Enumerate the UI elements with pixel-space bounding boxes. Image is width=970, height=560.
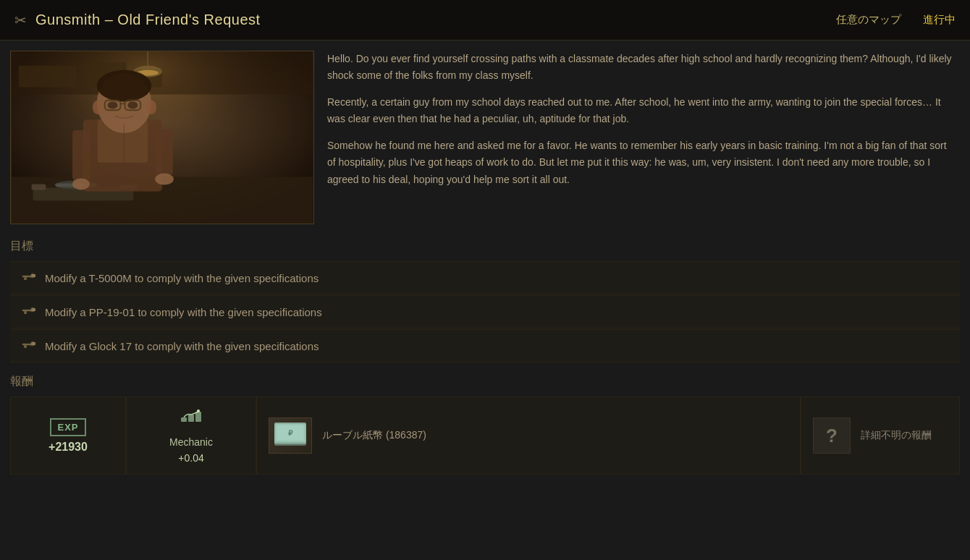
unknown-reward-card: ? 詳細不明の報酬 [801,396,960,475]
svg-point-40 [197,410,200,412]
svg-point-20 [155,174,174,185]
objective-text-1: Modify a T-5000M to comply with the give… [45,272,319,284]
rewards-section: 報酬 EXP +21930 Mechanic [10,373,960,475]
progress-button[interactable]: 進行中 [923,13,956,27]
rewards-header: 報酬 [10,373,960,391]
svg-rect-32 [32,274,35,277]
exp-value: +21930 [48,441,88,454]
rubles-image: ₽ [269,417,312,454]
rubles-name: ルーブル紙幣 (186387) [322,429,426,442]
header-left: ✂ Gunsmith – Old Friend's Request [14,12,261,29]
quest-para-3: Somehow he found me here and asked me fo… [327,137,953,187]
svg-text:₽: ₽ [288,429,293,437]
svg-rect-11 [32,184,46,190]
rewards-grid: EXP +21930 Mechanic +0.04 [10,396,960,475]
header: ✂ Gunsmith – Old Friend's Request 任意のマップ… [0,0,970,41]
svg-rect-38 [188,415,194,422]
gun-icon-2 [22,305,36,319]
exp-reward-card: EXP +21930 [10,396,126,475]
svg-rect-37 [181,417,187,422]
map-button[interactable]: 任意のマップ [836,13,901,27]
svg-rect-31 [24,277,27,280]
unknown-icon: ? [813,417,851,454]
gun-icon-1 [22,271,36,285]
mechanic-icon [180,407,203,432]
svg-rect-36 [32,342,35,345]
quest-para-2: Recently, a certain guy from my school d… [327,94,953,127]
svg-point-28 [93,100,103,114]
svg-rect-34 [32,308,35,311]
quest-image [10,51,314,224]
quest-area: Hello. Do you ever find yourself crossin… [10,51,960,224]
mechanic-label: Mechanic [169,436,213,448]
objective-text-3: Modify a Glock 17 to comply with the giv… [45,340,319,352]
svg-point-19 [72,179,90,190]
quest-title: Gunsmith – Old Friend's Request [35,12,261,28]
unknown-label: 詳細不明の報酬 [861,429,932,442]
svg-point-27 [127,101,138,109]
objective-row: Modify a PP-19-01 to comply with the giv… [10,295,960,328]
svg-point-22 [97,70,151,102]
quest-para-1: Hello. Do you ever find yourself crossin… [327,51,953,84]
svg-rect-3 [19,66,76,88]
svg-rect-17 [72,130,90,180]
objectives-section: 目標 Modify a T-5000M to comply with the g… [10,237,960,362]
svg-rect-33 [24,311,27,314]
exp-label: EXP [50,418,85,436]
objective-row: Modify a Glock 17 to comply with the giv… [10,329,960,362]
svg-point-29 [146,100,156,114]
gun-icon-3 [22,339,36,353]
svg-rect-35 [24,345,27,348]
header-right: 任意のマップ 進行中 [836,13,956,27]
quest-description: Hello. Do you ever find yourself crossin… [327,51,960,224]
mechanic-reward-card: Mechanic +0.04 [126,396,256,475]
gunsmith-icon: ✂ [14,12,27,29]
objective-row: Modify a T-5000M to comply with the give… [10,261,960,294]
objectives-header: 目標 [10,237,960,255]
main-content: Hello. Do you ever find yourself crossin… [0,41,970,560]
svg-rect-18 [155,129,173,175]
rubles-reward-card: ₽ ルーブル紙幣 (186387) [256,396,801,475]
svg-point-26 [108,101,118,109]
mechanic-value: +0.04 [178,452,203,464]
objective-text-2: Modify a PP-19-01 to comply with the giv… [45,306,322,318]
